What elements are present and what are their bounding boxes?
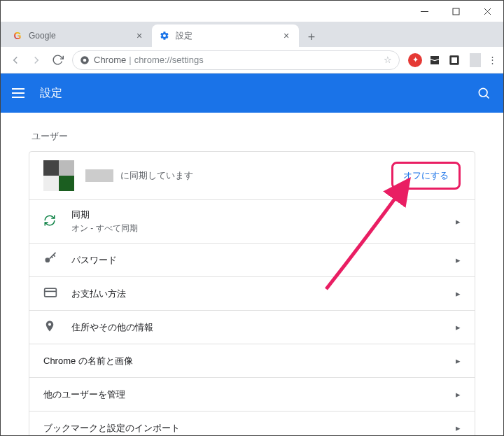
tab-close-icon[interactable]: × xyxy=(134,30,145,41)
forward-button[interactable] xyxy=(26,50,47,71)
svg-rect-11 xyxy=(45,288,57,297)
row-label: 他のユーザーを管理 xyxy=(43,388,456,401)
back-button[interactable] xyxy=(5,50,26,71)
row-import-bookmarks[interactable]: ブックマークと設定のインポート ▸ xyxy=(29,411,475,435)
bookmark-star-icon[interactable]: ☆ xyxy=(384,55,392,65)
extension-icon-1[interactable]: ✦ xyxy=(408,53,422,67)
extension-icon-3[interactable] xyxy=(447,53,461,67)
address-bar[interactable]: Chrome | chrome://settings ☆ xyxy=(72,50,400,70)
extension-icon-2[interactable] xyxy=(428,53,442,67)
sync-icon xyxy=(43,214,56,229)
chevron-right-icon: ▸ xyxy=(456,216,461,227)
svg-point-10 xyxy=(46,258,50,262)
row-sync[interactable]: 同期 オン - すべて同期 ▸ xyxy=(29,199,475,243)
page-title: 設定 xyxy=(40,86,475,101)
new-tab-button[interactable]: + xyxy=(302,27,321,47)
chevron-right-icon: ▸ xyxy=(456,389,461,400)
row-sublabel: オン - すべて同期 xyxy=(71,223,456,234)
chevron-right-icon: ▸ xyxy=(456,322,461,332)
section-title-user: ユーザー xyxy=(31,130,475,143)
key-icon xyxy=(43,252,57,268)
row-manage-users[interactable]: 他のユーザーを管理 ▸ xyxy=(29,377,475,411)
row-label: ブックマークと設定のインポート xyxy=(43,422,456,435)
tab-title: 設定 xyxy=(176,30,281,42)
tab-title: Google xyxy=(29,31,134,41)
svg-rect-7 xyxy=(451,57,457,63)
url-scheme: Chrome xyxy=(94,55,126,65)
window-maximize-button[interactable] xyxy=(440,1,472,22)
google-favicon-icon: G xyxy=(12,30,23,41)
credit-card-icon xyxy=(43,286,57,302)
avatar xyxy=(43,160,74,191)
row-passwords[interactable]: パスワード ▸ xyxy=(29,243,475,276)
search-button[interactable] xyxy=(475,85,492,101)
profile-chip[interactable] xyxy=(470,53,481,67)
row-label: パスワード xyxy=(71,254,456,267)
settings-content: ユーザー に同期しています オフにする 同期 オン - すべて同期 ▸ パスワー… xyxy=(1,113,503,435)
location-pin-icon xyxy=(43,320,56,335)
row-addresses[interactable]: 住所やその他の情報 ▸ xyxy=(29,310,475,344)
svg-point-8 xyxy=(479,88,487,97)
url-text: chrome://settings xyxy=(134,55,204,65)
sync-status-text: に同期しています xyxy=(120,169,193,182)
menu-button[interactable]: ⋮ xyxy=(485,50,499,71)
svg-line-9 xyxy=(486,96,489,99)
row-name-picture[interactable]: Chrome の名前と画像 ▸ xyxy=(29,344,475,377)
extension-icons: ✦ xyxy=(408,53,461,67)
tab-strip: G Google × 設定 × + xyxy=(1,22,503,47)
chevron-right-icon: ▸ xyxy=(456,356,461,366)
user-card: に同期しています オフにする 同期 オン - すべて同期 ▸ パスワード ▸ お… xyxy=(29,151,475,435)
tab-google[interactable]: G Google × xyxy=(5,24,152,47)
row-label: Chrome の名前と画像 xyxy=(43,355,456,367)
reload-button[interactable] xyxy=(47,50,68,71)
chevron-right-icon: ▸ xyxy=(456,255,461,265)
chevron-right-icon: ▸ xyxy=(456,423,461,433)
row-label: 住所やその他の情報 xyxy=(71,321,456,334)
row-payment[interactable]: お支払い方法 ▸ xyxy=(29,276,475,310)
settings-header: 設定 xyxy=(1,73,503,113)
svg-rect-1 xyxy=(453,8,459,15)
window-minimize-button[interactable] xyxy=(409,1,440,22)
tab-settings[interactable]: 設定 × xyxy=(152,24,299,47)
row-label: 同期 xyxy=(71,209,456,221)
chevron-right-icon: ▸ xyxy=(456,288,461,299)
window-close-button[interactable] xyxy=(472,1,503,22)
redacted-name xyxy=(85,169,113,182)
window-titlebar xyxy=(1,1,503,22)
gear-favicon-icon xyxy=(159,30,170,41)
browser-toolbar: Chrome | chrome://settings ☆ ✦ ⋮ xyxy=(1,47,503,73)
chrome-scheme-icon xyxy=(80,55,90,65)
turn-off-sync-button[interactable]: オフにする xyxy=(391,162,461,190)
hamburger-menu-icon[interactable] xyxy=(12,85,29,101)
profile-row: に同期しています オフにする xyxy=(29,152,475,199)
row-label: お支払い方法 xyxy=(71,288,456,300)
svg-point-5 xyxy=(83,58,87,62)
tab-close-icon[interactable]: × xyxy=(281,30,292,41)
